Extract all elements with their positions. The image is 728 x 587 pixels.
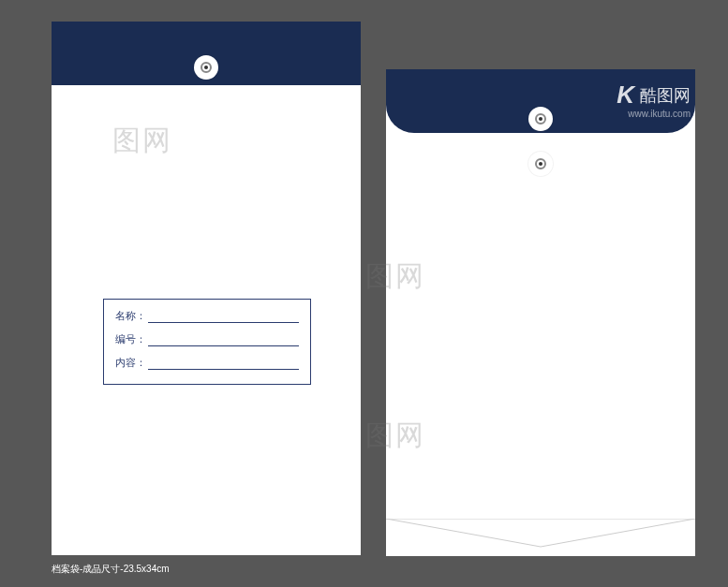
envelope-flap-front (52, 22, 361, 85)
envelope-flap-back (386, 69, 695, 133)
envelope-front: 名称： 编号： 内容： (52, 22, 361, 555)
string-button-icon (528, 152, 553, 176)
info-box: 名称： 编号： 内容： (103, 299, 311, 385)
line-number (148, 336, 299, 346)
string-button-icon (528, 107, 553, 131)
label-name: 名称： (115, 309, 146, 323)
envelope-bottom-flap (386, 519, 695, 556)
info-row-number: 编号： (115, 332, 299, 346)
label-number: 编号： (115, 332, 146, 346)
envelope-back (386, 69, 695, 556)
info-row-content: 内容： (115, 356, 299, 370)
string-button-icon (194, 55, 218, 80)
line-content (148, 360, 299, 370)
caption-text: 档案袋-成品尺寸-23.5x34cm (52, 563, 170, 576)
info-row-name: 名称： (115, 309, 299, 323)
label-content: 内容： (115, 356, 146, 370)
line-name (148, 313, 299, 323)
